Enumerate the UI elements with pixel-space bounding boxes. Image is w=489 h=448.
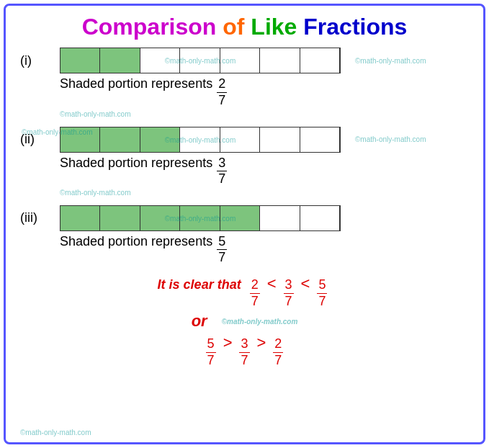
frac-den-iii: 7 (217, 250, 227, 266)
cell-i-7 (300, 48, 340, 73)
cell-i-6 (260, 48, 300, 73)
cmp-num-1: 2 (250, 277, 260, 294)
section-i: (i) ©math-only-math.com ©math-only-math.… (20, 48, 469, 117)
page-title: Comparison of Like Fractions (20, 13, 469, 40)
desc-text-i: Shaded portion represents (60, 76, 212, 91)
fraction-ii: 3 7 (217, 156, 227, 187)
cmp-sym-1: < (267, 274, 277, 293)
desc-row-i: Shaded portion represents 2 7 (60, 76, 469, 108)
cell-ii-7 (300, 127, 340, 152)
label-i: (i) (20, 53, 60, 68)
cmp2-sym-1: > (223, 333, 233, 352)
cmp2-num-2: 3 (239, 336, 249, 353)
frac-den-ii: 7 (217, 171, 227, 187)
bar-row-i: (i) ©math-only-math.com ©math-only-math.… (20, 48, 469, 73)
cmp2-num-1: 5 (206, 336, 216, 353)
main-container: Comparison of Like Fractions (i) ©math-o… (4, 4, 485, 444)
cell-iii-2 (100, 206, 140, 230)
cell-iii-4 (180, 206, 220, 230)
title-of: of (223, 14, 244, 40)
cell-i-5 (220, 48, 260, 73)
comparison-section: It is clear that 2 7 < 3 7 < 5 7 or ©mat… (20, 274, 469, 368)
bar-ii: ©math-only-math.com (60, 127, 341, 153)
cell-i-3 (140, 48, 180, 73)
watermark-top-left-ii: ©math-only-math.com (22, 128, 93, 136)
cmp2-frac-1: 5 7 (206, 336, 216, 368)
cmp-frac-2: 3 7 (284, 277, 294, 309)
cell-i-1 (60, 48, 100, 73)
watermark-right-ii: ©math-only-math.com (355, 135, 426, 143)
cmp2-sym-2: > (257, 333, 266, 352)
fraction-iii: 5 7 (217, 234, 227, 266)
cmp-den-2: 7 (284, 294, 294, 310)
cmp-den-3: 7 (317, 294, 327, 310)
bar-iii: ©math-only-math.com (60, 205, 341, 231)
title-comparison: Comparison (82, 14, 217, 40)
cmp-num-2: 3 (284, 277, 294, 294)
label-iii: (iii) (20, 210, 60, 225)
cmp2-num-3: 2 (273, 336, 283, 353)
cell-ii-2 (100, 127, 140, 152)
cmp2-frac-2: 3 7 (239, 336, 249, 368)
cell-ii-6 (260, 127, 300, 152)
desc-text-ii: Shaded portion represents (60, 156, 212, 171)
fraction-i: 2 7 (217, 76, 227, 108)
cmp-frac-3: 5 7 (317, 277, 327, 309)
cell-iii-5 (220, 206, 260, 230)
watermark-bottom-left: ©math-only-math.com (20, 429, 91, 436)
desc-row-ii: Shaded portion represents 3 7 (60, 156, 469, 187)
section-ii: (ii) ©math-only-math.com ©math-only-math… (20, 127, 469, 197)
cmp-num-3: 5 (317, 277, 327, 294)
desc-text-iii: Shaded portion represents (60, 234, 212, 249)
cell-iii-1 (60, 206, 100, 230)
cell-iii-7 (300, 206, 340, 230)
frac-num-i: 2 (217, 76, 227, 93)
cmp2-den-3: 7 (273, 353, 283, 369)
cmp2-den-1: 7 (206, 353, 216, 369)
bar-row-iii: (iii) ©math-only-math.com (20, 205, 469, 231)
section-iii: (iii) ©math-only-math.com Shaded portion… (20, 205, 469, 266)
desc-row-iii: Shaded portion represents 5 7 (60, 234, 469, 266)
watermark-desc-ii: ©math-only-math.com (60, 189, 469, 197)
cell-iii-6 (260, 206, 300, 230)
watermark-right-i: ©math-only-math.com (355, 57, 426, 65)
comparison-line-2: 5 7 > 3 7 > 2 7 (20, 333, 469, 368)
comparison-intro: It is clear that (158, 277, 241, 292)
title-fractions: Fractions (303, 14, 407, 40)
cell-iii-3 (140, 206, 180, 230)
cmp2-frac-3: 2 7 (273, 336, 283, 368)
frac-den-i: 7 (217, 93, 227, 109)
cell-i-4 (180, 48, 220, 73)
cell-i-2 (100, 48, 140, 73)
cell-ii-4 (180, 127, 220, 152)
frac-num-iii: 5 (217, 234, 227, 251)
cmp-sym-2: < (301, 274, 310, 293)
cell-ii-3 (140, 127, 180, 152)
bar-i: ©math-only-math.com (60, 48, 341, 73)
watermark-desc-i: ©math-only-math.com (60, 110, 469, 118)
cmp2-den-2: 7 (239, 353, 249, 369)
watermark-or: ©math-only-math.com (222, 318, 298, 326)
cmp-den-1: 7 (250, 294, 260, 310)
cmp-frac-1: 2 7 (250, 277, 260, 309)
frac-num-ii: 3 (217, 156, 227, 172)
comparison-line-1: It is clear that 2 7 < 3 7 < 5 7 (20, 274, 469, 309)
or-line: or ©math-only-math.com (20, 312, 469, 331)
cell-ii-5 (220, 127, 260, 152)
or-text: or (192, 312, 207, 331)
title-like: Like (251, 14, 297, 40)
